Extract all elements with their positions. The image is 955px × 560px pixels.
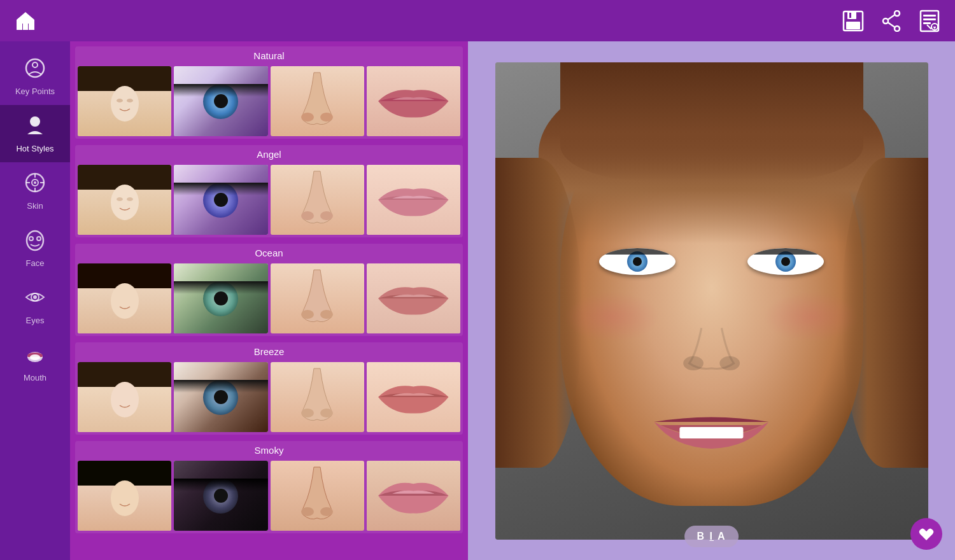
svg-point-50 xyxy=(111,480,139,516)
sidebar-label-skin: Skin xyxy=(27,201,43,211)
sidebar-item-mouth[interactable]: Mouth xyxy=(0,334,70,391)
save-button[interactable] xyxy=(840,8,866,34)
style-thumb-face-smoky[interactable] xyxy=(78,461,171,531)
bia-underline: I xyxy=(710,531,714,542)
style-thumb-eye-natural[interactable] xyxy=(174,66,267,136)
svg-point-5 xyxy=(895,11,900,16)
style-row-ocean[interactable]: Ocean xyxy=(75,244,463,336)
mouth-icon xyxy=(24,343,46,369)
svg-point-46 xyxy=(320,310,333,319)
svg-point-7 xyxy=(895,26,900,31)
sidebar-label-hot-styles: Hot Styles xyxy=(16,144,53,153)
style-row-smoky[interactable]: Smoky xyxy=(75,441,463,533)
style-thumb-face-ocean[interactable] xyxy=(78,263,171,333)
style-images-smoky xyxy=(75,458,463,533)
style-thumb-nose-angel[interactable] xyxy=(271,165,364,235)
style-name-breeze: Breeze xyxy=(75,342,463,360)
svg-rect-3 xyxy=(846,22,860,29)
svg-point-51 xyxy=(301,507,314,516)
svg-rect-4 xyxy=(849,13,851,18)
style-name-natural: Natural xyxy=(75,46,463,64)
svg-rect-11 xyxy=(923,15,936,17)
style-thumb-eye-breeze[interactable] xyxy=(174,362,267,432)
svg-point-28 xyxy=(37,237,41,241)
photo-container xyxy=(495,62,928,540)
svg-point-45 xyxy=(301,310,314,319)
style-thumb-nose-ocean[interactable] xyxy=(271,263,364,333)
style-thumb-face-angel[interactable] xyxy=(78,165,171,235)
hot-styles-icon xyxy=(24,114,46,140)
svg-point-30 xyxy=(33,295,37,299)
style-thumb-nose-smoky[interactable] xyxy=(271,461,364,531)
svg-point-33 xyxy=(30,354,40,360)
svg-point-26 xyxy=(27,231,43,250)
svg-point-36 xyxy=(127,99,133,102)
svg-point-39 xyxy=(111,185,139,220)
style-images-ocean xyxy=(75,261,463,336)
svg-rect-53 xyxy=(679,427,743,438)
header-actions: ♥ xyxy=(840,8,942,34)
style-thumb-lip-natural[interactable] xyxy=(367,66,460,136)
svg-point-38 xyxy=(320,113,333,122)
header: ♥ xyxy=(0,0,955,41)
styles-panel: Natural xyxy=(70,41,468,560)
svg-point-52 xyxy=(320,507,333,516)
svg-point-43 xyxy=(320,211,333,220)
style-thumb-face-breeze[interactable] xyxy=(78,362,171,432)
svg-point-42 xyxy=(301,211,314,220)
style-thumb-eye-ocean[interactable] xyxy=(174,263,267,333)
style-name-angel: Angel xyxy=(75,145,463,162)
home-button[interactable] xyxy=(13,8,38,34)
style-row-angel[interactable]: Angel xyxy=(75,145,463,237)
svg-point-49 xyxy=(320,409,333,417)
svg-line-9 xyxy=(888,22,895,27)
header-left xyxy=(13,8,38,34)
bia-control: B I A xyxy=(684,526,739,547)
svg-line-8 xyxy=(888,15,895,19)
style-row-breeze[interactable]: Breeze xyxy=(75,342,463,435)
bia-button[interactable]: B I A xyxy=(684,526,739,547)
heart-favorite-button[interactable] xyxy=(910,518,942,550)
key-points-icon xyxy=(24,57,46,83)
svg-rect-13 xyxy=(923,22,931,24)
svg-point-34 xyxy=(111,86,139,122)
photo-panel: B I A xyxy=(468,41,955,560)
sidebar-label-face: Face xyxy=(26,258,45,268)
sidebar-item-eyes[interactable]: Eyes xyxy=(0,277,70,334)
svg-point-37 xyxy=(301,113,314,122)
style-thumb-nose-natural[interactable] xyxy=(271,66,364,136)
style-thumb-lip-angel[interactable] xyxy=(367,165,460,235)
style-images-breeze xyxy=(75,360,463,435)
face-icon xyxy=(24,228,46,255)
svg-point-35 xyxy=(117,99,123,102)
svg-point-48 xyxy=(301,409,314,417)
svg-rect-2 xyxy=(847,11,856,19)
sidebar: Key Points Hot Styles xyxy=(0,41,70,560)
sidebar-item-key-points[interactable]: Key Points xyxy=(0,48,70,105)
svg-point-21 xyxy=(34,181,36,184)
svg-point-40 xyxy=(117,197,123,201)
svg-point-17 xyxy=(32,62,38,67)
bookmark-button[interactable]: ♥ xyxy=(917,8,942,34)
style-images-angel xyxy=(75,162,463,237)
style-thumb-eye-smoky[interactable] xyxy=(174,461,267,531)
svg-rect-0 xyxy=(23,24,28,30)
sidebar-label-mouth: Mouth xyxy=(24,373,46,382)
sidebar-label-key-points: Key Points xyxy=(15,87,55,96)
sidebar-item-skin[interactable]: Skin xyxy=(0,162,70,220)
style-thumb-lip-ocean[interactable] xyxy=(367,263,460,333)
style-thumb-lip-smoky[interactable] xyxy=(367,461,460,531)
sidebar-item-face[interactable]: Face xyxy=(0,220,70,277)
style-row-natural[interactable]: Natural xyxy=(75,46,463,139)
svg-point-41 xyxy=(127,197,133,201)
style-thumb-eye-angel[interactable] xyxy=(174,165,267,235)
style-thumb-nose-breeze[interactable] xyxy=(271,362,364,432)
style-thumb-face-natural[interactable] xyxy=(78,66,171,136)
skin-icon xyxy=(24,171,46,197)
style-name-ocean: Ocean xyxy=(75,244,463,261)
style-thumb-lip-breeze[interactable] xyxy=(367,362,460,432)
sidebar-item-hot-styles[interactable]: Hot Styles xyxy=(0,105,70,162)
style-name-smoky: Smoky xyxy=(75,441,463,458)
share-button[interactable] xyxy=(879,8,904,34)
svg-point-27 xyxy=(29,237,33,241)
